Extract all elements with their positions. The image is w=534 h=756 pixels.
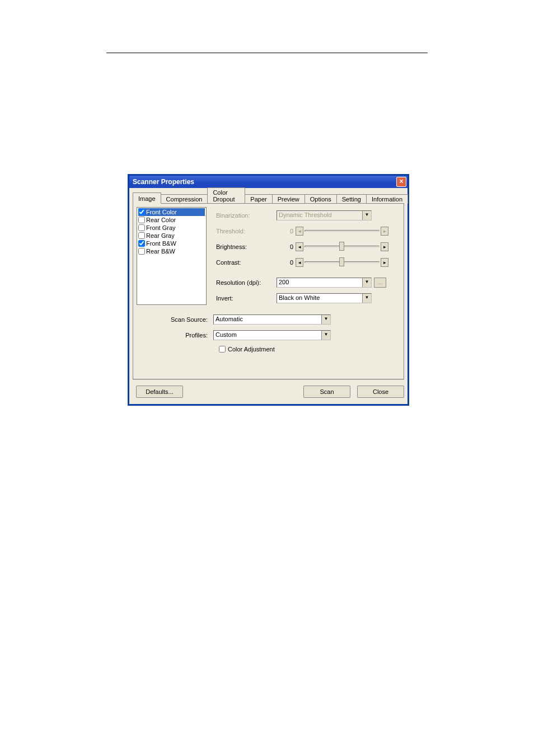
arrow-right-icon[interactable]: ▸ [381, 258, 388, 267]
close-icon[interactable]: × [396, 177, 406, 187]
scanner-properties-dialog: Scanner Properties × Image Compression C… [128, 174, 409, 406]
checkbox-rear-bw[interactable] [138, 248, 145, 255]
checkbox-front-gray[interactable] [138, 224, 145, 231]
invert-value: Black on White [277, 294, 362, 303]
tab-preview[interactable]: Preview [272, 194, 305, 204]
arrow-right-icon: ▸ [381, 227, 388, 236]
settings-column: Binarization: Dynamic Threshold ▼ Thresh… [216, 207, 400, 309]
tab-compression[interactable]: Compression [161, 194, 208, 204]
row-binarization: Binarization: Dynamic Threshold ▼ [216, 210, 400, 220]
tab-color-dropout[interactable]: Color Dropout [207, 187, 245, 204]
scan-source-value: Automatic [214, 315, 321, 324]
threshold-slider: ◂ ▸ [296, 226, 388, 236]
header-rule [106, 53, 428, 53]
contrast-value: 0 [277, 259, 296, 266]
row-profiles: Profiles: Custom ▼ [137, 330, 400, 340]
checkbox-front-bw[interactable] [138, 240, 145, 247]
row-color-adjustment: Color Adjustment [219, 346, 400, 353]
arrow-left-icon[interactable]: ◂ [296, 242, 303, 251]
list-item-label: Front Color [146, 209, 177, 215]
scan-button[interactable]: Scan [303, 386, 350, 398]
list-item[interactable]: Front B&W [138, 240, 205, 247]
brightness-value: 0 [277, 243, 296, 250]
color-adjustment-label: Color Adjustment [228, 346, 275, 353]
scan-source-dropdown[interactable]: Automatic ▼ [213, 314, 331, 325]
resolution-label: Resolution (dpi): [216, 279, 277, 286]
profiles-dropdown[interactable]: Custom ▼ [213, 330, 331, 340]
list-item[interactable]: Rear B&W [138, 247, 205, 255]
scan-source-label: Scan Source: [137, 316, 213, 323]
arrow-right-icon[interactable]: ▸ [381, 242, 388, 251]
tab-row: Image Compression Color Dropout Paper Pr… [133, 192, 407, 204]
invert-dropdown[interactable]: Black on White ▼ [277, 293, 372, 303]
slider-thumb[interactable] [339, 257, 344, 266]
tab-image[interactable]: Image [133, 192, 161, 204]
row-invert: Invert: Black on White ▼ [216, 293, 400, 303]
threshold-label: Threshold: [216, 228, 277, 234]
checkbox-rear-color[interactable] [138, 217, 145, 223]
binarization-dropdown: Dynamic Threshold ▼ [277, 210, 372, 220]
brightness-slider[interactable]: ◂ ▸ [296, 242, 388, 252]
row-contrast: Contrast: 0 ◂ ▸ [216, 257, 400, 267]
contrast-slider[interactable]: ◂ ▸ [296, 257, 388, 267]
list-item-label: Front Gray [146, 224, 176, 231]
profiles-value: Custom [214, 331, 321, 340]
tab-setting[interactable]: Setting [336, 194, 367, 204]
list-item-label: Rear Color [146, 217, 176, 223]
resolution-value: 200 [277, 278, 362, 287]
slider-track [305, 230, 380, 232]
chevron-down-icon[interactable]: ▼ [362, 278, 371, 287]
color-adjustment-checkbox[interactable] [219, 346, 226, 353]
contrast-label: Contrast: [216, 259, 277, 266]
list-item-label: Front B&W [146, 240, 176, 247]
image-mode-listbox[interactable]: Front Color Rear Color Front Gray Rear G… [137, 207, 207, 305]
list-item[interactable]: Front Color [138, 208, 205, 216]
row-brightness: Brightness: 0 ◂ ▸ [216, 242, 400, 252]
dialog-title: Scanner Properties [133, 178, 194, 186]
titlebar: Scanner Properties × [129, 176, 407, 188]
resolution-custom-button[interactable]: ... [374, 278, 386, 288]
tab-page-image: Front Color Rear Color Front Gray Rear G… [133, 203, 404, 379]
chevron-down-icon[interactable]: ▼ [362, 294, 371, 303]
arrow-left-icon[interactable]: ◂ [296, 258, 303, 267]
list-item-label: Rear Gray [146, 232, 175, 239]
invert-label: Invert: [216, 295, 277, 302]
defaults-button[interactable]: Defaults... [136, 386, 183, 398]
threshold-value: 0 [277, 228, 296, 234]
chevron-down-icon: ▼ [362, 211, 371, 220]
row-scan-source: Scan Source: Automatic ▼ [137, 314, 400, 325]
lower-section: Scan Source: Automatic ▼ Profiles: Custo… [137, 311, 400, 353]
slider-thumb[interactable] [339, 242, 344, 251]
dialog-body: Image Compression Color Dropout Paper Pr… [129, 188, 407, 404]
list-item[interactable]: Rear Color [138, 216, 205, 224]
checkbox-front-color[interactable] [138, 209, 145, 215]
list-item[interactable]: Rear Gray [138, 232, 205, 240]
tab-information[interactable]: Information [366, 194, 408, 204]
profiles-label: Profiles: [137, 332, 213, 339]
row-threshold: Threshold: 0 ◂ ▸ [216, 226, 400, 236]
row-resolution: Resolution (dpi): 200 ▼ ... [216, 278, 400, 288]
chevron-down-icon[interactable]: ▼ [321, 331, 330, 340]
list-item[interactable]: Front Gray [138, 224, 205, 232]
tab-paper[interactable]: Paper [245, 194, 272, 204]
brightness-label: Brightness: [216, 243, 277, 250]
tab-options[interactable]: Options [305, 194, 337, 204]
list-item-label: Rear B&W [146, 248, 175, 255]
close-button[interactable]: Close [357, 386, 404, 398]
resolution-dropdown[interactable]: 200 ▼ [277, 278, 372, 288]
button-bar: Defaults... Scan Close [133, 379, 404, 400]
binarization-value: Dynamic Threshold [277, 211, 362, 220]
arrow-left-icon: ◂ [296, 227, 303, 236]
checkbox-rear-gray[interactable] [138, 232, 145, 239]
binarization-label: Binarization: [216, 212, 277, 219]
chevron-down-icon[interactable]: ▼ [321, 315, 330, 324]
